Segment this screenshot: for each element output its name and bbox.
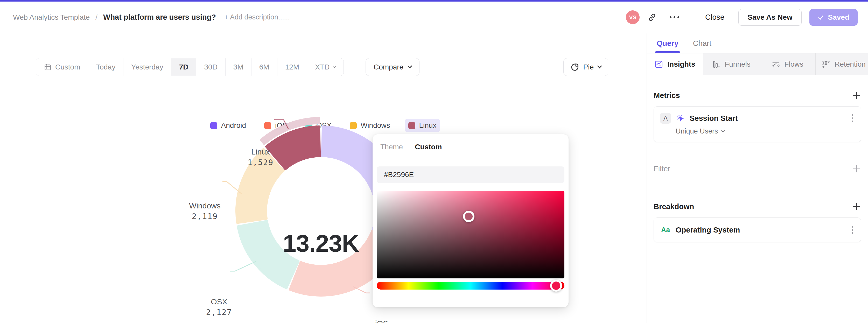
picker-divider [379,160,562,160]
metric-card-main-row: A Session Start [654,106,861,126]
tab-label: Flows [784,60,803,68]
metrics-heading: Metrics [654,91,680,100]
add-metric-button[interactable] [852,91,861,100]
header: Web Analytics Template / What platform a… [0,2,868,33]
tab-custom[interactable]: Custom [415,143,442,151]
breakdown-card-row: Aa Operating System [654,218,861,242]
tab-theme[interactable]: Theme [380,143,403,151]
slice-label-windows: Windows 2,119 [179,201,231,221]
tab-insights[interactable]: Insights [647,54,703,75]
color-picker-popup: Theme Custom [373,134,568,307]
header-divider [689,10,689,25]
check-icon [818,14,824,21]
slice-name: iOS [356,319,408,323]
breadcrumb-separator: / [95,13,97,22]
add-description-button[interactable]: + Add description...... [224,13,290,21]
insight-type-tabs: Insights Funnels Flows [647,53,868,75]
saved-button-label: Saved [828,13,849,22]
tab-label: Funnels [725,60,750,68]
add-breakdown-button[interactable] [852,202,861,211]
tab-label: Query [657,39,679,48]
query-sidebar: Query Chart Insights Funnels [647,33,868,323]
slice-label-osx: OSX 2,127 [193,297,245,317]
metric-menu-button[interactable] [850,113,855,124]
property-type-badge: Aa [660,226,671,234]
flows-icon [771,60,780,69]
slice-name: Windows [179,201,231,210]
breakdown-menu-button[interactable] [850,225,855,235]
metric-aggregation-dropdown[interactable]: Unique Users [654,126,861,142]
link-icon [647,13,657,22]
leader-line-ios [353,287,370,293]
slice-label-linux: Linux 1,529 [235,148,286,167]
close-button[interactable]: Close [698,13,732,22]
breadcrumb-root-link[interactable]: Web Analytics Template [13,13,90,22]
chevron-down-icon [721,129,725,132]
more-options-button[interactable] [666,9,682,25]
metric-name[interactable]: Session Start [690,114,845,123]
session-start-icon [676,114,685,123]
breakdown-heading: Breakdown [654,202,694,211]
metrics-heading-row: Metrics [654,91,861,100]
top-accent-bar [0,0,868,2]
saturation-value-area[interactable] [377,191,564,279]
slice-value: 1,529 [235,158,286,167]
insights-icon [654,60,663,69]
filter-heading-row: Filter [654,164,861,173]
breadcrumb: Web Analytics Template / What platform a… [13,13,290,22]
sidebar-body: Metrics A Session Start Unique Users [647,91,868,243]
funnels-icon [712,60,720,69]
hex-color-input[interactable] [377,166,564,183]
hue-slider-handle[interactable] [550,280,562,292]
tab-retention[interactable]: Retention [816,54,868,75]
slice-value: 2,119 [179,212,231,221]
tab-label: Chart [693,39,711,48]
slice-name: OSX [193,297,245,306]
filter-heading: Filter [654,165,670,173]
app-window: Web Analytics Template / What platform a… [0,0,868,323]
share-link-button[interactable] [644,9,660,25]
hue-slider[interactable] [377,282,564,290]
page-title[interactable]: What platform are users using? [103,13,216,22]
breakdown-heading-row: Breakdown [654,202,861,211]
tab-flows[interactable]: Flows [760,54,816,75]
leader-line-osx [230,261,256,271]
tab-chart[interactable]: Chart [693,33,711,53]
tab-funnels[interactable]: Funnels [703,54,760,75]
avatar[interactable]: VS [626,10,640,24]
breakdown-card[interactable]: Aa Operating System [654,218,861,243]
metric-card[interactable]: A Session Start Unique Users [654,106,861,142]
color-picker-tabs: Theme Custom [373,134,568,160]
slice-value: 2,127 [193,308,245,317]
tab-query[interactable]: Query [657,33,679,53]
tab-label: Insights [667,60,695,68]
slice-label-ios: iOS 3,402 [356,319,408,323]
chart-panel: Custom Today Yesterday 7D 30D 3M 6M 12M … [0,33,647,323]
color-cursor-handle[interactable] [463,211,474,222]
series-badge: A [660,113,671,124]
retention-icon [822,60,830,69]
slice-name: Linux [235,148,286,156]
sidebar-top-tabs: Query Chart [647,33,868,53]
tab-label: Retention [835,60,866,68]
saved-button[interactable]: Saved [809,9,858,26]
header-actions: VS Close Save As New Saved [626,9,858,26]
ellipsis-icon [670,16,679,18]
save-as-new-button[interactable]: Save As New [738,9,801,26]
aggregation-label: Unique Users [676,127,718,135]
breakdown-name[interactable]: Operating System [676,226,845,234]
add-filter-button[interactable] [852,164,861,173]
